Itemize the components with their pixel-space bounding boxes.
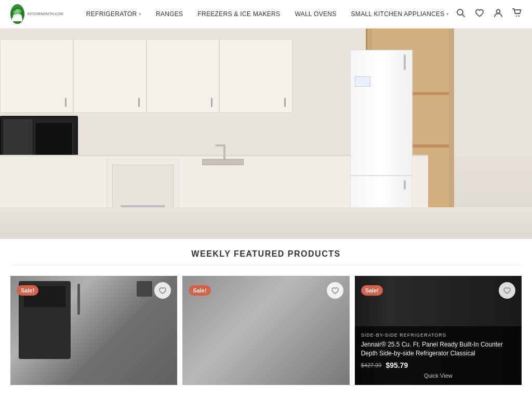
cabinet-2 (73, 39, 147, 113)
svg-point-8 (516, 15, 517, 16)
nav-refrigerator[interactable]: REFRIGERATOR ▾ (79, 10, 149, 18)
wishlist-button-3[interactable] (499, 282, 515, 299)
hero-banner (0, 29, 532, 239)
sale-badge-1: Sale! (17, 285, 38, 296)
oven-drawer (112, 165, 174, 212)
product-card-2: Sale! (182, 276, 349, 385)
fridge-top-handle (404, 55, 406, 70)
product-image-1: Sale! (10, 276, 177, 385)
site-logo[interactable]: KITCHENFAITH.COM (10, 4, 63, 24)
svg-point-1 (13, 14, 22, 20)
logo-icon (10, 4, 24, 24)
wishlist-icon[interactable] (475, 8, 484, 20)
product-prices-3: $427.99 $95.79 (361, 361, 515, 369)
header-icon-group (456, 8, 522, 20)
fridge-top (351, 50, 412, 176)
product-image-3: Sale! SIDE-BY-SIDE REFRIGERATORS Jennair… (355, 276, 522, 385)
featured-section: WEEKLY FEATURED PRODUCTS Sale! Sale! (0, 239, 532, 385)
price-new-3: $95.79 (385, 361, 408, 369)
svg-point-4 (16, 9, 20, 13)
main-nav: REFRIGERATOR ▾ RANGES FREEZERS & ICE MAK… (79, 10, 456, 18)
site-header: KITCHENFAITH.COM REFRIGERATOR ▾ RANGES F… (0, 0, 532, 29)
product-image-2: Sale! (182, 276, 349, 385)
account-icon[interactable] (494, 8, 503, 20)
cabinet-3 (147, 39, 220, 113)
fridge-bottom-handle (404, 180, 406, 190)
sink (202, 159, 244, 165)
quick-view-button-3[interactable]: Quick View (361, 373, 515, 379)
search-icon[interactable] (456, 8, 466, 20)
price-old-3: $427.99 (361, 362, 382, 368)
sale-badge-3: Sale! (361, 285, 383, 296)
cabinet-1 (0, 39, 73, 113)
fridge-display (355, 76, 370, 87)
wishlist-button-1[interactable] (154, 282, 171, 299)
cabinet-4 (219, 39, 292, 113)
nav-ranges[interactable]: RANGES (149, 10, 190, 18)
svg-line-6 (462, 14, 465, 17)
product-overlay-3: SIDE-BY-SIDE REFRIGERATORS Jennair® 25.5… (355, 326, 522, 385)
chevron-down-icon-2: ▾ (446, 11, 449, 17)
upper-cabinets (0, 39, 292, 113)
cart-icon[interactable] (512, 8, 522, 20)
kitchen-floor (0, 207, 532, 239)
product-card-3: Sale! SIDE-BY-SIDE REFRIGERATORS Jennair… (355, 276, 522, 385)
wishlist-button-2[interactable] (327, 282, 343, 299)
nav-freezers[interactable]: FREEZERS & ICE MAKERS (190, 10, 287, 18)
product-category-3: SIDE-BY-SIDE REFRIGERATORS (361, 332, 515, 338)
chevron-down-icon: ▾ (139, 11, 141, 17)
featured-title: WEEKLY FEATURED PRODUCTS (10, 249, 522, 265)
sale-badge-2: Sale! (189, 285, 210, 296)
products-grid: Sale! Sale! Sale! (10, 276, 522, 385)
logo-text: KITCHENFAITH.COM (28, 12, 63, 16)
svg-point-9 (518, 15, 520, 16)
product-card-1: Sale! (10, 276, 177, 385)
svg-point-7 (497, 9, 500, 13)
nav-small-appliances[interactable]: SMALL KITCHEN APPLIANCES ▾ (344, 10, 456, 18)
microwave-screen (35, 122, 73, 159)
product-name-3: Jennair® 25.5 Cu. Ft. Panel Ready Built-… (361, 340, 515, 358)
nav-wall-ovens[interactable]: WALL OVENS (287, 10, 343, 18)
